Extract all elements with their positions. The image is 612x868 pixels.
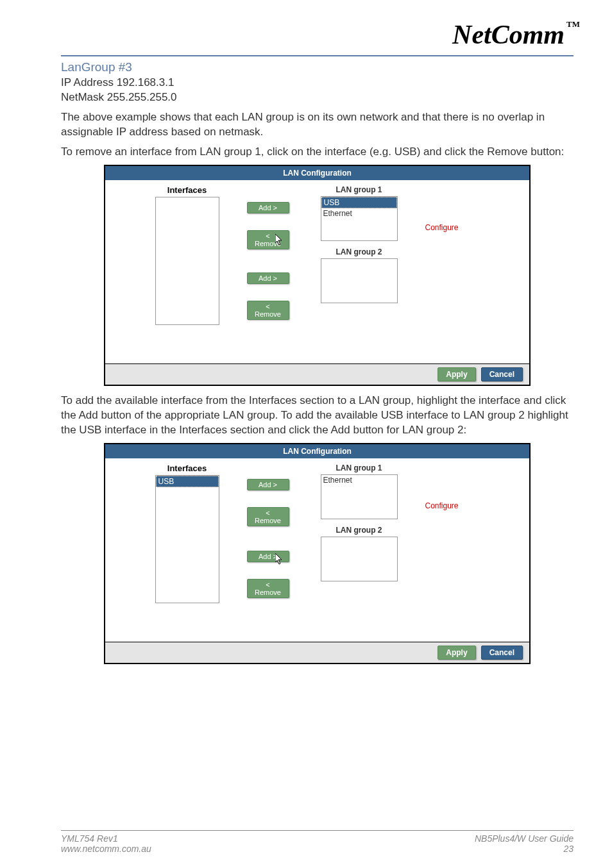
remove-button-lan1[interactable]: < Remove xyxy=(247,507,289,526)
footer-product: NB5Plus4/W User Guide xyxy=(475,833,574,844)
paragraph-add-instructions: To add the available interface from the … xyxy=(61,394,574,438)
page-footer: YML754 Rev1 www.netcomm.com.au NB5Plus4/… xyxy=(61,830,574,854)
lan-group-2-listbox[interactable] xyxy=(321,537,398,581)
netmask-line: NetMask 255.255.255.0 xyxy=(61,90,574,105)
add-button-lan1[interactable]: Add > xyxy=(247,202,289,213)
footer-url: www.netcomm.com.au xyxy=(61,844,151,854)
interfaces-listbox[interactable]: USB xyxy=(155,475,219,603)
interfaces-listbox[interactable] xyxy=(155,197,219,325)
lan-group-1-listbox[interactable]: USB Ethernet xyxy=(321,196,398,241)
interfaces-label: Interfaces xyxy=(139,185,235,195)
remove-button-lan2[interactable]: < Remove xyxy=(247,579,289,598)
footer-page-number: 23 xyxy=(475,844,574,854)
cancel-button[interactable]: Cancel xyxy=(481,367,523,381)
lan-group-2-label: LAN group 2 xyxy=(305,526,414,535)
apply-button[interactable]: Apply xyxy=(438,646,475,660)
lan-group-1-label: LAN group 1 xyxy=(305,463,414,472)
panel-title: LAN Configuration xyxy=(105,166,529,180)
lan-group-2-label: LAN group 2 xyxy=(305,247,414,256)
panel-title: LAN Configuration xyxy=(105,444,529,458)
apply-button[interactable]: Apply xyxy=(438,367,475,381)
brand-logo: NetCommTM xyxy=(61,19,580,50)
list-item[interactable]: USB xyxy=(156,476,219,487)
lan-config-screenshot-1: LAN Configuration Interfaces Add > < Rem… xyxy=(104,165,531,386)
lan-group-1-label: LAN group 1 xyxy=(305,185,414,194)
section-heading: LanGroup #3 xyxy=(61,60,574,74)
paragraph-remove-instructions: To remove an interface from LAN group 1,… xyxy=(61,145,574,160)
header-divider xyxy=(61,55,574,56)
footer-rev: YML754 Rev1 xyxy=(61,833,151,844)
add-button-lan2[interactable]: Add > xyxy=(247,272,289,284)
lan-group-1-listbox[interactable]: Ethernet xyxy=(321,474,398,519)
cursor-icon xyxy=(275,553,285,566)
lan-group-2-listbox[interactable] xyxy=(321,258,398,303)
list-item[interactable]: USB xyxy=(321,197,397,208)
cursor-icon xyxy=(275,234,285,247)
ip-address-line: IP Address 192.168.3.1 xyxy=(61,76,574,90)
paragraph-example: The above example shows that each LAN gr… xyxy=(61,110,574,140)
interfaces-label: Interfaces xyxy=(139,463,235,473)
remove-button-lan2[interactable]: < Remove xyxy=(247,301,289,320)
list-item[interactable]: Ethernet xyxy=(321,208,397,219)
configure-link[interactable]: Configure xyxy=(425,501,459,510)
add-button-lan1[interactable]: Add > xyxy=(247,479,289,490)
configure-link[interactable]: Configure xyxy=(425,223,459,232)
cancel-button[interactable]: Cancel xyxy=(481,646,523,660)
lan-config-screenshot-2: LAN Configuration Interfaces USB Add > <… xyxy=(104,443,531,664)
list-item[interactable]: Ethernet xyxy=(321,475,397,485)
